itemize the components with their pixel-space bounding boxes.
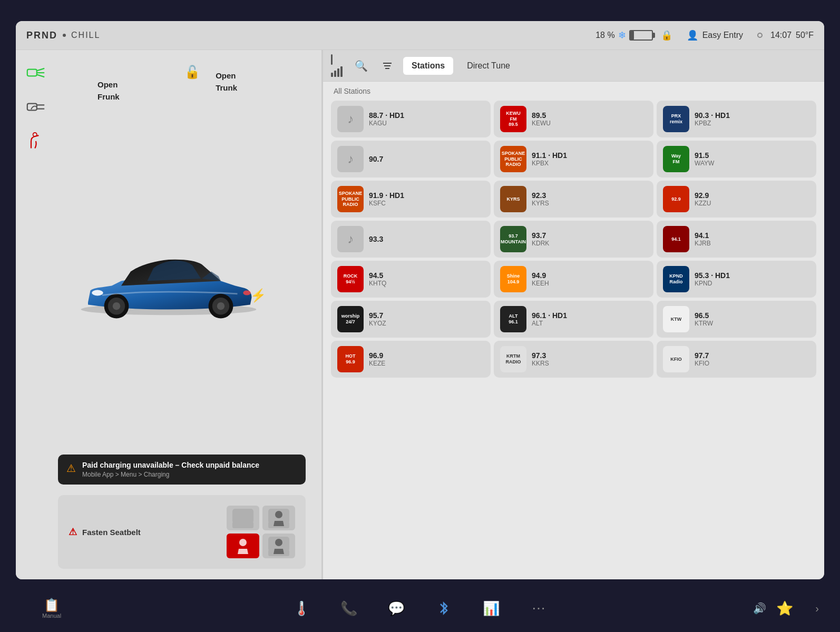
all-stations-label: All Stations — [331, 87, 816, 95]
more-icon[interactable]: ⋯ — [525, 595, 552, 621]
station-frequency: 93.3 — [369, 235, 383, 243]
station-item[interactable]: KEWU FM 89.589.5KEWU — [494, 101, 653, 137]
taskbar: 📋 Manual 🌡️ 📞 💬 📊 ⋯ ⭐ 🔊 › — [0, 585, 840, 632]
seatbelt-area: ⚠ Fasten Seatbelt — [58, 495, 306, 569]
temperature: 50°F — [796, 31, 814, 40]
seatbelt-text: Fasten Seatbelt — [82, 528, 141, 537]
seat-front-left[interactable] — [227, 506, 259, 530]
station-callsign: KHTQ — [369, 280, 386, 287]
station-item[interactable]: KTW96.5KTRW — [657, 301, 816, 338]
station-item[interactable]: PRX remix90.3 · HD1KPBZ — [657, 101, 816, 137]
station-item[interactable]: Way FM91.5WAYW — [657, 141, 816, 177]
person-icon: 👤 — [687, 29, 698, 41]
station-frequency: 92.9 — [695, 191, 711, 200]
lock-icon: 🔒 — [661, 29, 672, 41]
station-item[interactable]: ALT 96.196.1 · HD1ALT — [494, 301, 653, 338]
station-item[interactable]: KPND Radio95.3 · HD1KPND — [657, 261, 816, 298]
seats-diagram — [227, 506, 295, 558]
direct-tune-tab[interactable]: Direct Tune — [458, 57, 519, 75]
seat-rear-left[interactable] — [227, 534, 259, 558]
car-area: Open Frunk 🔓 OpenTrunk ⚡ — [16, 50, 321, 579]
time-temp: 14:07 50°F — [770, 31, 814, 40]
frunk-lock-icon[interactable]: 🔓 — [184, 65, 200, 80]
station-item[interactable]: 94.194.1KJRB — [657, 221, 816, 258]
charging-alert[interactable]: ⚠ Paid charging unavailable – Check unpa… — [58, 455, 306, 485]
favorites-icon[interactable]: ⭐ — [771, 595, 798, 621]
station-item[interactable]: KRTM RADIO97.3KKRS — [494, 341, 653, 378]
svg-point-15 — [92, 290, 103, 295]
battery-percent: 18 % — [595, 31, 614, 40]
station-item[interactable]: ROCK 94½94.5KHTQ — [331, 261, 491, 298]
volume-bars — [331, 54, 343, 77]
seatbelt-warning-icon: ⚠ — [69, 526, 77, 538]
manual-button[interactable]: 📋 Manual — [42, 598, 61, 619]
station-frequency: 94.9 — [532, 271, 549, 280]
station-frequency: 96.5 — [695, 311, 713, 320]
main-content: Open Frunk 🔓 OpenTrunk ⚡ — [16, 50, 824, 579]
station-frequency: 96.9 — [369, 351, 385, 360]
seatbelt-warning: ⚠ Fasten Seatbelt — [69, 526, 141, 538]
station-frequency: 91.1 · HD1 — [532, 151, 567, 160]
station-callsign: KEWU — [532, 120, 551, 127]
battery-bar — [629, 30, 653, 41]
car-visualization — [58, 92, 279, 474]
station-callsign: KFIO — [695, 360, 709, 367]
clock-time: 14:07 — [770, 31, 792, 40]
data-icon[interactable]: 📊 — [478, 595, 504, 621]
station-frequency: 91.9 · HD1 — [369, 191, 404, 200]
prnd-dot — [63, 34, 66, 37]
radio-toolbar: 🔍 Stations Direct Tune — [323, 50, 824, 82]
station-frequency: 96.1 · HD1 — [532, 311, 567, 320]
prnd-text: PRND — [26, 30, 57, 41]
filter-button[interactable] — [377, 55, 398, 76]
station-callsign: KJRB — [695, 240, 711, 247]
messages-icon[interactable]: 💬 — [383, 595, 409, 621]
station-frequency: 93.7 — [532, 231, 549, 240]
stations-container[interactable]: All Stations ♪88.7 · HD1KAGUKEWU FM 89.5… — [323, 82, 824, 579]
station-callsign: KYOZ — [369, 320, 386, 327]
stations-tab[interactable]: Stations — [403, 57, 453, 75]
station-callsign: KPBX — [532, 160, 567, 167]
volume-down-icon[interactable]: 🔊 — [753, 602, 766, 615]
station-item[interactable]: worship 24/795.7KYOZ — [331, 301, 491, 338]
station-item[interactable]: Shine 104.994.9KEEH — [494, 261, 653, 298]
open-trunk-label[interactable]: OpenTrunk — [216, 70, 237, 94]
svg-point-14 — [217, 302, 224, 310]
svg-rect-18 — [232, 522, 253, 528]
seat-front-right[interactable] — [262, 506, 295, 530]
svg-point-21 — [275, 511, 282, 518]
station-frequency: 95.7 — [369, 311, 386, 320]
station-item[interactable]: KFIO97.7KFIO — [657, 341, 816, 378]
easy-entry-button[interactable]: 👤 Easy Entry — [680, 26, 749, 44]
chevron-right-icon[interactable]: › — [815, 603, 819, 615]
phone-icon[interactable]: 📞 — [336, 595, 362, 621]
station-item[interactable]: KYRS92.3KYRS — [494, 181, 653, 218]
station-item[interactable]: SPOKANE PUBLIC RADIO91.9 · HD1KSFC — [331, 181, 491, 218]
search-button[interactable]: 🔍 — [350, 55, 372, 76]
prnd-indicator: PRND CHILL — [26, 30, 100, 41]
station-callsign: KYRS — [532, 200, 549, 207]
heat-icon[interactable]: 🌡️ — [288, 595, 315, 621]
station-frequency: 89.5 — [532, 111, 551, 120]
station-item[interactable]: SPOKANE PUBLIC RADIO91.1 · HD1KPBX — [494, 141, 653, 177]
svg-point-27 — [275, 539, 282, 546]
status-center: 18 % ❄ 🔒 👤 Easy Entry 14:07 50°F — [595, 26, 814, 44]
seat-rear-right[interactable] — [262, 534, 295, 558]
station-frequency: 94.5 — [369, 271, 386, 280]
station-frequency: 97.3 — [532, 351, 549, 360]
svg-point-11 — [113, 302, 120, 310]
station-item[interactable]: 92.992.9KZZU — [657, 181, 816, 218]
svg-point-16 — [243, 290, 250, 295]
bluetooth-icon[interactable] — [431, 595, 457, 621]
station-callsign: WAYW — [695, 160, 714, 167]
station-item[interactable]: ♪90.7 — [331, 141, 491, 177]
station-item[interactable]: ♪88.7 · HD1KAGU — [331, 101, 491, 137]
right-panel: 🔍 Stations Direct Tune All Stations ♪88.… — [323, 50, 824, 579]
station-callsign: KTRW — [695, 320, 713, 327]
station-callsign: KPBZ — [695, 120, 730, 127]
station-frequency: 95.3 · HD1 — [695, 271, 730, 280]
station-item[interactable]: ♪93.3 — [331, 221, 491, 258]
station-item[interactable]: HOT 96.996.9KEZE — [331, 341, 491, 378]
station-callsign: KEEH — [532, 280, 549, 287]
station-item[interactable]: 93.7 MOUNTAIN93.7KDRK — [494, 221, 653, 258]
